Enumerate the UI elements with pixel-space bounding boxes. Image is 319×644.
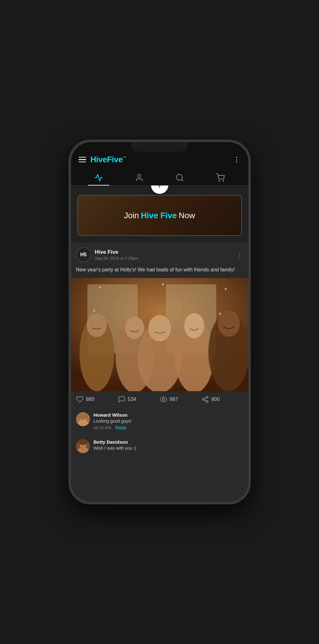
shares-stat[interactable]: 800 [201, 396, 243, 403]
eye-icon [160, 396, 167, 403]
photo-svg [71, 278, 248, 391]
svg-point-12 [194, 296, 195, 297]
post-image [71, 278, 248, 391]
svg-point-3 [219, 180, 219, 181]
svg-point-9 [99, 286, 101, 288]
author-name: Hive Five [95, 249, 139, 255]
svg-point-13 [225, 288, 227, 290]
nav-tabs [79, 170, 241, 185]
profile-icon [135, 173, 144, 182]
post-text: New year's party at Holly's! We had load… [71, 266, 248, 278]
header-more-icon[interactable]: ⋮ [233, 156, 241, 164]
search-icon [175, 173, 184, 182]
activity-icon [94, 173, 103, 182]
svg-point-29 [162, 398, 164, 400]
header-left: HiveFive™ [79, 155, 126, 164]
app-trademark: ™ [123, 156, 126, 160]
comment-betty: Betty Davidson Wish I was with you :( [71, 435, 248, 458]
svg-point-21 [116, 320, 153, 391]
svg-point-32 [206, 401, 208, 402]
comments-count: 534 [128, 397, 136, 402]
svg-point-11 [162, 283, 164, 285]
post-card: H5 Hive Five Sep 29, 2019 at 7:29pm ⋮ Ne… [71, 242, 248, 458]
comments-section: Howard Wilson Looking good guys! 05:15 P… [71, 408, 248, 458]
join-banner[interactable]: + Join Hive Five Now [71, 186, 248, 242]
svg-point-4 [223, 180, 223, 181]
app-logo: HiveFive™ [91, 155, 126, 164]
author-date: Sep 29, 2019 at 7:29pm [95, 256, 139, 261]
svg-point-20 [87, 313, 107, 337]
howard-avatar-svg [76, 412, 90, 426]
post-more-button[interactable]: ⋮ [236, 251, 243, 258]
svg-point-27 [208, 313, 248, 391]
phone-screen: HiveFive™ ⋮ [71, 142, 248, 502]
svg-line-2 [181, 179, 183, 181]
howard-avatar [76, 412, 90, 426]
svg-rect-18 [218, 313, 221, 315]
svg-rect-16 [93, 309, 95, 312]
comment-howard: Howard Wilson Looking good guys! 05:15 P… [71, 408, 248, 435]
share-icon [201, 396, 209, 403]
svg-rect-6 [71, 278, 248, 391]
betty-name: Betty Davidson [94, 439, 243, 445]
tab-search[interactable] [169, 170, 190, 185]
betty-comment-body: Betty Davidson Wish I was with you :( [94, 439, 243, 453]
howard-comment-body: Howard Wilson Looking good guys! 05:15 P… [94, 412, 243, 430]
heart-icon [76, 396, 84, 403]
svg-point-38 [79, 414, 87, 420]
author-info: Hive Five Sep 29, 2019 at 7:29pm [95, 249, 139, 261]
svg-line-33 [204, 400, 206, 401]
svg-point-28 [218, 310, 240, 337]
views-stat[interactable]: 987 [160, 396, 201, 403]
svg-point-10 [131, 293, 132, 294]
svg-point-43 [79, 440, 87, 444]
tab-cart[interactable] [210, 170, 231, 185]
header-top: HiveFive™ ⋮ [79, 155, 241, 164]
comment-icon [118, 396, 125, 403]
plus-button[interactable]: + [151, 186, 168, 194]
join-banner-text: Join Hive Five Now [78, 196, 241, 235]
phone-notch [131, 142, 188, 152]
svg-point-0 [138, 175, 140, 177]
betty-avatar-svg [76, 439, 90, 453]
join-prefix: Join [124, 211, 139, 220]
betty-avatar [76, 439, 90, 453]
svg-line-34 [204, 398, 206, 399]
likes-stat[interactable]: 880 [76, 396, 118, 403]
betty-text: Wish I was with you :( [94, 446, 243, 451]
svg-point-14 [115, 303, 116, 304]
svg-rect-7 [87, 284, 138, 353]
cart-icon [216, 173, 225, 182]
svg-point-23 [138, 324, 182, 391]
app-name: HiveFive [91, 155, 123, 164]
post-stats: 880 534 987 [71, 391, 248, 408]
main-content: + Join Hive Five Now H5 [71, 186, 248, 502]
howard-meta: 05:15 PM. Reply [94, 425, 243, 430]
howard-time: 05:15 PM. [94, 425, 112, 430]
join-banner-inner: Join Hive Five Now [77, 195, 242, 236]
svg-point-24 [148, 315, 171, 341]
svg-point-19 [80, 316, 114, 391]
svg-rect-5 [71, 278, 248, 391]
join-suffix: Now [179, 211, 195, 220]
post-author: H5 Hive Five Sep 29, 2019 at 7:29pm [76, 247, 139, 262]
svg-point-22 [125, 316, 144, 339]
svg-point-31 [202, 398, 204, 400]
author-initials: H5 [80, 252, 86, 258]
shares-count: 800 [212, 397, 220, 402]
views-count: 987 [170, 397, 178, 402]
phone-frame: HiveFive™ ⋮ [69, 140, 251, 504]
svg-point-26 [184, 313, 204, 338]
comments-stat[interactable]: 534 [118, 396, 160, 403]
svg-point-30 [206, 396, 208, 398]
howard-reply-button[interactable]: Reply [115, 425, 127, 430]
svg-point-25 [175, 319, 214, 391]
join-brand: Hive Five [141, 211, 177, 220]
post-header: H5 Hive Five Sep 29, 2019 at 7:29pm ⋮ [71, 247, 248, 266]
author-avatar: H5 [76, 247, 91, 262]
hamburger-menu-icon[interactable] [79, 157, 86, 163]
howard-name: Howard Wilson [94, 412, 243, 418]
tab-activity[interactable] [88, 170, 109, 185]
svg-rect-8 [166, 284, 216, 353]
tab-profile[interactable] [129, 170, 150, 185]
